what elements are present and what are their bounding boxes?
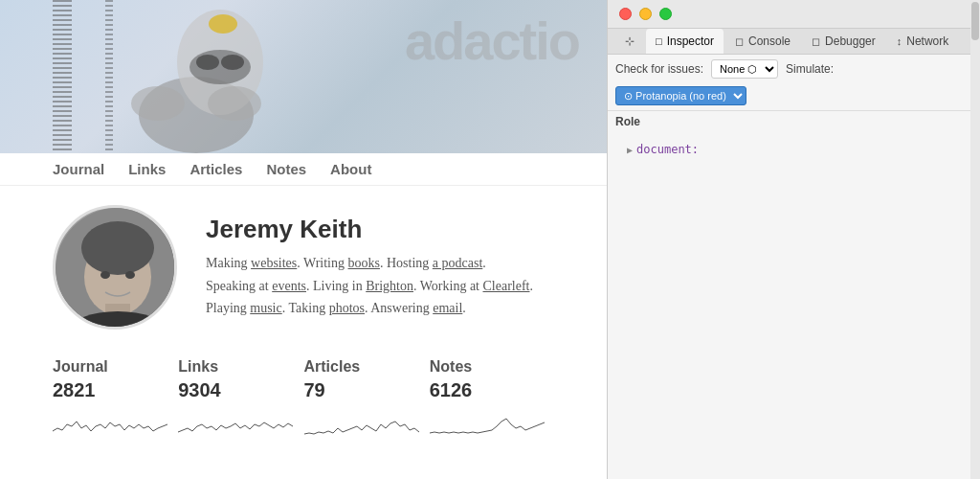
stat-links-value: 9304 (178, 379, 303, 401)
banner-figure (53, 0, 359, 153)
stat-notes-value: 6126 (430, 379, 555, 401)
link-events[interactable]: events (272, 279, 306, 293)
devtools-toolbar: Check for issues: None ⬡ Simulate: ⊙ Pro… (608, 55, 980, 111)
a11y-tree: ▶ document: (608, 132, 980, 167)
tab-inspector-label: Inspector (667, 34, 714, 48)
profile-section: Jeremy Keith Making websites. Writing bo… (0, 186, 608, 349)
stat-articles-label: Articles (304, 358, 430, 376)
tab-inspector[interactable]: □ Inspector (646, 29, 724, 54)
simulate-select[interactable]: ⊙ Protanopia (no red) (615, 86, 746, 105)
inspector-icon: □ (656, 35, 662, 47)
stat-articles: Articles 79 (304, 358, 430, 440)
check-issues-label: Check for issues: (615, 62, 703, 76)
none-select[interactable]: None ⬡ (711, 59, 778, 79)
scrollbar[interactable] (970, 0, 980, 479)
tree-document-item[interactable]: ▶ document: (619, 140, 969, 159)
stat-journal-sparkline (53, 407, 167, 436)
link-podcast[interactable]: a podcast (433, 256, 482, 270)
profile-text: Jeremy Keith Making websites. Writing bo… (206, 215, 533, 320)
nav-links[interactable]: Links (128, 161, 166, 177)
cursor-icon: ⊹ (625, 34, 635, 48)
stat-links: Links 9304 (178, 358, 303, 440)
svg-point-5 (209, 14, 237, 34)
stat-journal: Journal 2821 (53, 358, 178, 440)
stat-journal-label: Journal (53, 358, 178, 376)
role-label: Role (608, 111, 980, 132)
link-websites[interactable]: websites (251, 256, 297, 270)
stat-notes-sparkline (430, 407, 545, 436)
stat-journal-value: 2821 (53, 379, 178, 401)
stat-notes: Notes 6126 (430, 358, 555, 440)
tab-network[interactable]: ↕ Network (887, 29, 959, 54)
debugger-icon: ◻ (812, 35, 820, 48)
devtools-tabs: ⊹ □ Inspector ◻ Console ◻ Debugger ↕ Net… (608, 29, 980, 55)
bio-line3: Playing music. Taking photos. Answering … (206, 297, 533, 320)
console-icon: ◻ (735, 35, 744, 48)
tab-network-label: Network (906, 34, 948, 48)
link-books[interactable]: books (348, 256, 380, 270)
stat-links-label: Links (178, 358, 303, 376)
stat-articles-value: 79 (304, 379, 430, 401)
link-photos[interactable]: photos (329, 301, 365, 315)
bio-line1: Making websites. Writing books. Hosting … (206, 252, 533, 275)
link-email[interactable]: email (433, 301, 462, 315)
tab-debugger[interactable]: ◻ Debugger (802, 29, 885, 54)
tree-document-label: document: (636, 143, 699, 156)
link-music[interactable]: music (250, 301, 281, 315)
devtools-cursor-tool[interactable]: ⊹ (615, 29, 644, 54)
svg-point-7 (208, 86, 261, 121)
svg-point-16 (125, 271, 135, 279)
expand-arrow-icon: ▶ (627, 145, 633, 155)
svg-point-12 (81, 221, 154, 275)
link-clearleft[interactable]: Clearleft (483, 279, 530, 293)
minimize-button[interactable] (639, 8, 652, 20)
devtools-titlebar (608, 0, 980, 29)
scrollbar-thumb[interactable] (971, 2, 979, 40)
svg-point-4 (221, 55, 244, 70)
close-button[interactable] (619, 8, 632, 20)
tab-debugger-label: Debugger (825, 34, 876, 48)
stat-notes-label: Notes (430, 358, 555, 376)
svg-point-6 (131, 86, 185, 121)
maximize-button[interactable] (659, 8, 672, 20)
nav-about[interactable]: About (330, 161, 371, 177)
nav-journal[interactable]: Journal (53, 161, 104, 177)
nav-notes[interactable]: Notes (266, 161, 306, 177)
stat-links-sparkline (178, 407, 293, 436)
profile-name: Jeremy Keith (206, 215, 533, 244)
header-banner: adactio (0, 0, 608, 153)
stat-articles-sparkline (304, 407, 419, 436)
avatar (53, 205, 177, 330)
website-area: adactio Journal Links Articles Notes Abo… (0, 0, 608, 479)
link-brighton[interactable]: Brighton (366, 279, 413, 293)
stats-section: Journal 2821 Links 9304 Articles 79 Note… (0, 349, 608, 449)
svg-rect-8 (105, 0, 113, 153)
tab-console-label: Console (748, 34, 791, 48)
svg-point-3 (196, 55, 219, 70)
network-icon: ↕ (897, 35, 902, 47)
bio-line2: Speaking at events. Living in Brighton. … (206, 275, 533, 298)
main-nav: Journal Links Articles Notes About (0, 153, 608, 186)
tab-console[interactable]: ◻ Console (725, 29, 800, 54)
simulate-label: Simulate: (786, 62, 834, 76)
nav-articles[interactable]: Articles (189, 161, 242, 177)
svg-point-2 (189, 50, 251, 84)
svg-point-15 (100, 271, 110, 279)
banner-title: adactio (405, 10, 579, 72)
devtools-panel: ⊹ □ Inspector ◻ Console ◻ Debugger ↕ Net… (607, 0, 980, 479)
